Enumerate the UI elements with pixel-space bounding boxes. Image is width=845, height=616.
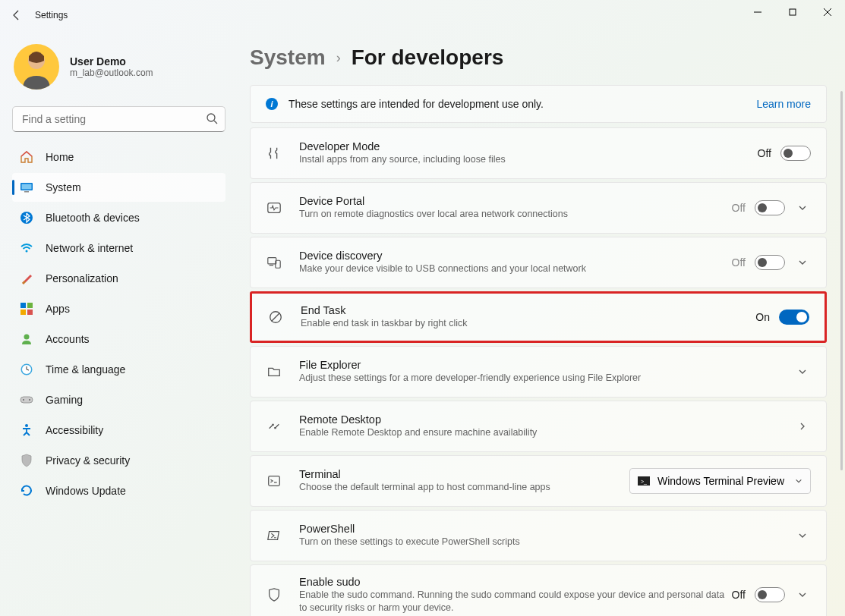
nav-accounts[interactable]: Accounts [12,325,225,354]
titlebar: Settings [0,0,845,30]
terminal-icon [266,473,282,489]
card-desc: Enable the sudo command. Running the sud… [299,589,732,614]
brush-icon [20,272,33,285]
nav-update[interactable]: Windows Update [12,476,225,505]
card-device-discovery[interactable]: Device discovery Make your device visibl… [250,237,827,288]
card-title: End Task [301,304,755,316]
card-desc: Adjust these settings for a more develop… [299,372,794,385]
nav-label: System [46,181,81,193]
terminal-dropdown[interactable]: >_ Windows Terminal Preview [629,468,811,494]
svg-point-5 [207,114,215,121]
svg-line-6 [214,121,217,124]
minimize-button[interactable] [740,0,775,24]
nav-label: Accounts [46,333,90,345]
chevron-down-icon[interactable] [794,363,811,380]
nav-apps[interactable]: Apps [12,294,225,323]
chevron-down-icon[interactable] [794,527,811,544]
svg-rect-15 [27,310,33,315]
apps-icon [20,302,33,316]
accessibility-icon [20,423,33,437]
chevron-down-icon[interactable] [794,200,811,216]
chevron-down-icon[interactable] [794,586,811,603]
svg-rect-13 [27,303,33,308]
user-profile[interactable]: User Demo m_lab@outlook.com [12,38,232,102]
card-enable-sudo[interactable]: Enable sudo Enable the sudo command. Run… [250,564,827,616]
nav-label: Windows Update [46,485,126,497]
maximize-button[interactable] [775,0,810,24]
toggle-label: On [755,311,770,323]
close-button[interactable] [810,0,845,24]
user-name: User Demo [70,55,153,68]
learn-more-link[interactable]: Learn more [756,98,811,110]
nav-personalization[interactable]: Personalization [12,264,225,293]
nav-system[interactable]: System [12,173,225,202]
wifi-icon [20,241,33,255]
chevron-right-icon[interactable] [794,418,811,435]
nav-home[interactable]: Home [12,143,225,171]
card-terminal[interactable]: Terminal Choose the default terminal app… [250,455,827,507]
home-icon [20,150,33,164]
info-banner: i These settings are intended for develo… [250,85,827,123]
nav-accessibility[interactable]: Accessibility [12,416,225,445]
svg-rect-8 [22,184,32,190]
page-title: For developers [352,46,504,70]
toggle-label: Off [758,147,771,159]
card-title: Developer Mode [299,140,758,152]
svg-point-22 [23,399,24,401]
card-title: Device discovery [299,250,732,262]
person-icon [20,332,33,346]
sidebar: User Demo m_lab@outlook.com Home System … [0,30,232,616]
search-input[interactable] [12,106,225,132]
terminal-app-icon: >_ [638,476,650,486]
toggle-enable-sudo[interactable] [755,587,785,602]
chevron-down-icon[interactable] [794,254,811,271]
card-title: Enable sudo [299,576,732,588]
nav-time[interactable]: Time & language [12,355,225,384]
card-powershell[interactable]: PowerShell Turn on these settings to exe… [250,510,827,561]
toggle-device-portal[interactable] [755,200,785,215]
avatar [14,44,59,90]
svg-rect-26 [268,258,276,264]
card-file-explorer[interactable]: File Explorer Adjust these settings for … [250,346,827,398]
nav-bluetooth[interactable]: Bluetooth & devices [12,203,225,232]
svg-rect-31 [269,476,280,486]
nav-label: Home [46,151,74,163]
toggle-device-discovery[interactable] [755,255,785,270]
main-content: System › For developers i These settings… [232,30,845,616]
card-end-task[interactable]: End Task Enable end task in taskbar by r… [250,291,827,343]
svg-point-24 [25,424,28,427]
toggle-developer-mode[interactable] [780,146,811,161]
shield-outline-icon [266,586,282,603]
toggle-end-task[interactable] [779,310,809,325]
update-icon [20,484,33,498]
card-remote-desktop[interactable]: Remote Desktop Enable Remote Desktop and… [250,401,827,452]
nav-label: Personalization [46,272,118,284]
nav-label: Bluetooth & devices [46,212,140,224]
window-title: Settings [35,10,68,20]
card-developer-mode[interactable]: Developer Mode Install apps from any sou… [250,127,827,179]
prohibit-icon [267,309,284,325]
toggle-label: Off [732,202,746,214]
nav-privacy[interactable]: Privacy & security [12,446,225,475]
search-icon[interactable] [206,112,219,126]
card-desc: Make your device visible to USB connecti… [299,262,732,275]
wrench-icon [266,145,282,162]
window-controls [740,0,845,24]
card-device-portal[interactable]: Device Portal Turn on remote diagnostics… [250,182,827,234]
nav-label: Apps [46,303,70,315]
nav-network[interactable]: Network & internet [12,234,225,262]
nav-gaming[interactable]: Gaming [12,385,225,414]
svg-rect-9 [24,191,29,193]
scrollbar[interactable] [840,91,843,470]
breadcrumb-parent[interactable]: System [250,46,326,70]
svg-point-16 [24,335,30,340]
card-desc: Choose the default terminal app to host … [299,481,629,494]
system-icon [20,181,33,194]
chevron-right-icon: › [336,50,341,66]
back-button[interactable] [9,8,24,23]
nav-label: Accessibility [46,424,103,436]
card-desc: Enable Remote Desktop and ensure machine… [299,426,794,439]
clock-icon [20,363,33,376]
heartbeat-icon [266,200,282,216]
nav-label: Gaming [46,394,83,406]
